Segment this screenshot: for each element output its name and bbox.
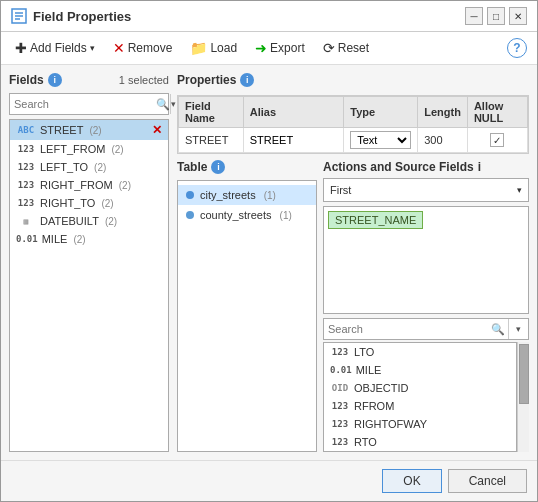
dropdown-arrow: ▾ bbox=[517, 185, 522, 195]
source-item-name: RIGHTOFWAY bbox=[354, 418, 427, 430]
fields-search-icon[interactable]: 🔍 bbox=[156, 94, 170, 114]
source-item-rto[interactable]: 123 RTO bbox=[324, 433, 516, 451]
source-search-icon[interactable]: 🔍 bbox=[488, 319, 508, 339]
source-item-name: LTO bbox=[354, 346, 374, 358]
scrollbar-thumb[interactable] bbox=[519, 344, 529, 404]
field-type-abc-icon: ABC bbox=[16, 125, 36, 135]
load-button[interactable]: 📁 Load bbox=[186, 38, 241, 58]
fields-search-input[interactable] bbox=[10, 98, 156, 110]
properties-table-section: Field Name Alias Type Length Allow NULL … bbox=[177, 95, 529, 154]
table-header: Table i bbox=[177, 160, 317, 174]
field-count: (2) bbox=[105, 216, 117, 227]
field-count: (2) bbox=[111, 144, 123, 155]
field-item-left-to[interactable]: 123 LEFT_TO (2) bbox=[10, 158, 168, 176]
actions-info-icon[interactable]: i bbox=[478, 160, 481, 174]
field-remove-icon[interactable]: ✕ bbox=[152, 123, 162, 137]
table-item-count: (1) bbox=[264, 190, 276, 201]
source-item-mile[interactable]: 0.01 MILE bbox=[324, 361, 516, 379]
properties-label: Properties bbox=[177, 73, 236, 87]
title-bar-controls: ─ □ ✕ bbox=[465, 7, 527, 25]
field-name: LEFT_TO bbox=[40, 161, 88, 173]
field-item-street[interactable]: ABC STREET (2) ✕ bbox=[10, 120, 168, 140]
export-button[interactable]: ➜ Export bbox=[251, 38, 309, 58]
table-item-name: city_streets bbox=[200, 189, 256, 201]
source-item-rightofway[interactable]: 123 RIGHTOFWAY bbox=[324, 415, 516, 433]
cell-field-name: STREET bbox=[179, 128, 244, 153]
source-item-name: OBJECTID bbox=[354, 382, 408, 394]
maximize-button[interactable]: □ bbox=[487, 7, 505, 25]
field-item-right-from[interactable]: 123 RIGHT_FROM (2) bbox=[10, 176, 168, 194]
title-bar-left: Field Properties bbox=[11, 8, 131, 24]
source-item-name: RTO bbox=[354, 436, 377, 448]
source-fields-box: STREET_NAME bbox=[323, 206, 529, 314]
fields-search-dropdown[interactable]: ▾ bbox=[170, 94, 176, 114]
table-panel: Table i city_streets (1) county_streets … bbox=[177, 160, 317, 452]
table-info-icon[interactable]: i bbox=[211, 160, 225, 174]
first-dropdown[interactable]: First ▾ bbox=[323, 178, 529, 202]
minimize-button[interactable]: ─ bbox=[465, 7, 483, 25]
field-name: RIGHT_FROM bbox=[40, 179, 113, 191]
add-fields-button[interactable]: ✚ Add Fields ▾ bbox=[11, 38, 99, 58]
type-select[interactable]: Text Integer Double Date bbox=[350, 131, 411, 149]
col-allow-null: Allow NULL bbox=[467, 97, 527, 128]
source-item-rfrom[interactable]: 123 RFROM bbox=[324, 397, 516, 415]
cell-type[interactable]: Text Integer Double Date bbox=[344, 128, 418, 153]
table-item-dot bbox=[186, 191, 194, 199]
field-item-datebuilt[interactable]: ▦ DATEBUILT (2) bbox=[10, 212, 168, 230]
fields-list: ABC STREET (2) ✕ 123 LEFT_FROM (2) 123 L… bbox=[9, 119, 169, 452]
field-type-dec-icon: 0.01 bbox=[16, 234, 38, 244]
cancel-button[interactable]: Cancel bbox=[448, 469, 527, 493]
source-item-type: 123 bbox=[330, 419, 350, 429]
properties-header: Properties i bbox=[177, 73, 529, 87]
field-name: RIGHT_TO bbox=[40, 197, 95, 209]
cell-alias[interactable] bbox=[243, 128, 343, 153]
fields-panel: Fields i 1 selected 🔍 ▾ ABC STREET (2) ✕… bbox=[9, 73, 169, 452]
table-item-name: county_streets bbox=[200, 209, 272, 221]
source-chip[interactable]: STREET_NAME bbox=[328, 211, 423, 229]
close-button[interactable]: ✕ bbox=[509, 7, 527, 25]
table-item-county-streets[interactable]: county_streets (1) bbox=[178, 205, 316, 225]
cell-length: 300 bbox=[418, 128, 468, 153]
remove-button[interactable]: ✕ Remove bbox=[109, 38, 177, 58]
field-type-123-icon: 123 bbox=[16, 162, 36, 172]
field-name: STREET bbox=[40, 124, 83, 136]
toolbar: ✚ Add Fields ▾ ✕ Remove 📁 Load ➜ Export … bbox=[1, 32, 537, 65]
fields-label: Fields bbox=[9, 73, 44, 87]
dropdown-value: First bbox=[330, 184, 351, 196]
alias-input[interactable] bbox=[250, 134, 337, 146]
source-item-type: OID bbox=[330, 383, 350, 393]
fields-search-box: 🔍 ▾ bbox=[9, 93, 169, 115]
field-item-left-from[interactable]: 123 LEFT_FROM (2) bbox=[10, 140, 168, 158]
source-search-box: 🔍 ▾ bbox=[323, 318, 529, 340]
title-bar: Field Properties ─ □ ✕ bbox=[1, 1, 537, 32]
source-search-dropdown[interactable]: ▾ bbox=[508, 319, 528, 339]
reset-button[interactable]: ⟳ Reset bbox=[319, 38, 373, 58]
field-item-right-to[interactable]: 123 RIGHT_TO (2) bbox=[10, 194, 168, 212]
field-type-123-icon: 123 bbox=[16, 198, 36, 208]
fields-info-icon[interactable]: i bbox=[48, 73, 62, 87]
source-item-name: MILE bbox=[356, 364, 382, 376]
ok-button[interactable]: OK bbox=[382, 469, 441, 493]
field-count: (2) bbox=[94, 162, 106, 173]
source-list: 123 LTO 0.01 MILE OID OBJECTID bbox=[323, 342, 517, 452]
cell-allow-null[interactable]: ✓ bbox=[467, 128, 527, 153]
source-item-lto[interactable]: 123 LTO bbox=[324, 343, 516, 361]
load-icon: 📁 bbox=[190, 40, 207, 56]
add-fields-dropdown-arrow: ▾ bbox=[90, 43, 95, 53]
field-count: (2) bbox=[89, 125, 101, 136]
source-item-objectid[interactable]: OID OBJECTID bbox=[324, 379, 516, 397]
field-item-mile[interactable]: 0.01 MILE (2) bbox=[10, 230, 168, 248]
help-button[interactable]: ? bbox=[507, 38, 527, 58]
field-type-123-icon: 123 bbox=[16, 180, 36, 190]
scrollbar[interactable] bbox=[517, 342, 529, 452]
properties-info-icon[interactable]: i bbox=[240, 73, 254, 87]
main-content: Fields i 1 selected 🔍 ▾ ABC STREET (2) ✕… bbox=[1, 65, 537, 460]
source-item-type: 123 bbox=[330, 347, 350, 357]
table-item-city-streets[interactable]: city_streets (1) bbox=[178, 185, 316, 205]
field-name: DATEBUILT bbox=[40, 215, 99, 227]
source-search-input[interactable] bbox=[324, 323, 488, 335]
allow-null-checkbox[interactable]: ✓ bbox=[490, 133, 504, 147]
col-alias: Alias bbox=[243, 97, 343, 128]
actions-header: Actions and Source Fields i bbox=[323, 160, 529, 174]
dialog-icon bbox=[11, 8, 27, 24]
